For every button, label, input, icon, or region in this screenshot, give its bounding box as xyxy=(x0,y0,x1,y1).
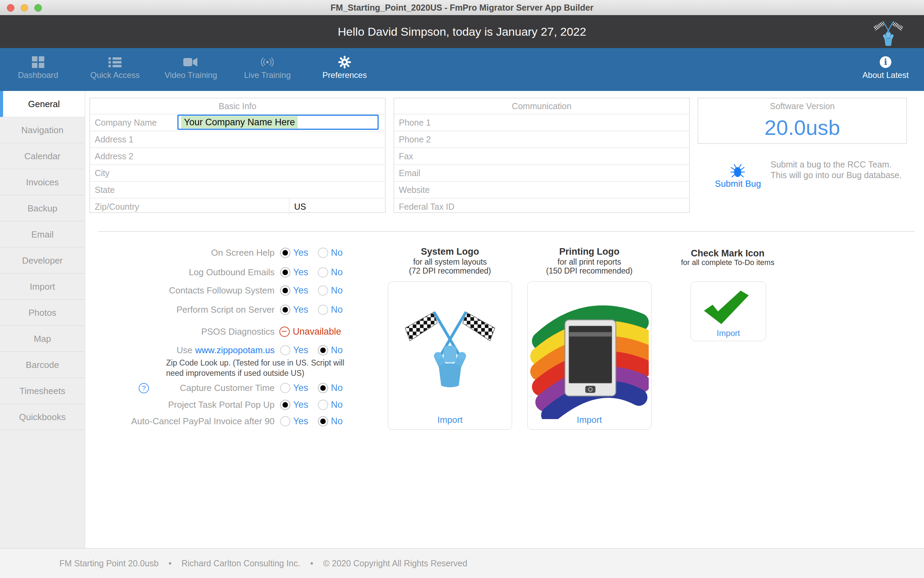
submit-bug-link[interactable]: Submit Bug xyxy=(705,179,771,189)
radio-yes[interactable]: Yes xyxy=(280,345,308,356)
phone-2-field[interactable]: Phone 2 xyxy=(394,131,689,148)
sidebar-item-developer[interactable]: Developer xyxy=(0,247,85,274)
nav-item-preferences[interactable]: Preferences xyxy=(315,48,374,91)
state-field[interactable]: State xyxy=(90,181,385,198)
nav-item-about-latest[interactable]: About Latest xyxy=(856,48,915,91)
software-version-value: 20.0usb xyxy=(698,114,906,144)
printing-logo-title: Printing Logo xyxy=(527,247,651,257)
radio-no[interactable]: No xyxy=(318,304,343,315)
radio-yes[interactable]: Yes xyxy=(280,416,308,427)
help-icon[interactable] xyxy=(139,383,149,393)
nav-item-quick-access[interactable]: Quick Access xyxy=(86,48,144,91)
radio-yes-label: Yes xyxy=(293,267,308,278)
footer: FM Starting Point 20.0usb • Richard Carl… xyxy=(0,548,924,578)
sidebar-item-timesheets[interactable]: Timesheets xyxy=(0,378,85,404)
sidebar-item-backup[interactable]: Backup xyxy=(0,195,85,221)
email-field[interactable]: Email xyxy=(394,164,689,181)
sidebar-item-email[interactable]: Email xyxy=(0,221,85,247)
radio-yes[interactable]: Yes xyxy=(280,285,308,296)
sidebar-item-invoices[interactable]: Invoices xyxy=(0,169,85,195)
printing-logo-subtitle1: for all print reports xyxy=(527,257,651,267)
city-label: City xyxy=(95,168,109,178)
sidebar-item-quickbooks[interactable]: Quickbooks xyxy=(0,404,85,430)
section-divider xyxy=(98,231,915,232)
radio-circle-icon xyxy=(318,304,328,315)
radio-circle-icon xyxy=(318,267,328,277)
communication-panel: Communication Phone 1 Phone 2 Fax Email … xyxy=(394,98,690,213)
system-logo-card[interactable]: Import xyxy=(388,281,512,430)
address-1-field[interactable]: Address 1 xyxy=(90,131,385,148)
radio-no-label: No xyxy=(331,304,343,315)
nav-item-live-training[interactable]: Live Training xyxy=(238,48,297,91)
setting-label: On Screen Help xyxy=(211,247,274,258)
radio-no-label: No xyxy=(331,383,343,393)
radio-circle-icon xyxy=(318,399,328,410)
sidebar-item-navigation[interactable]: Navigation xyxy=(0,117,85,143)
checkmark-title: Check Mark Icon xyxy=(680,248,776,259)
window-title: FM_Starting_Point_2020US - FmPro Migrato… xyxy=(0,0,924,15)
radio-circle-icon xyxy=(318,247,328,258)
sidebar-item-import[interactable]: Import xyxy=(0,274,85,300)
setting-label: Contacts Followup System xyxy=(169,285,274,296)
green-check-icon xyxy=(701,288,755,326)
radio-no[interactable]: No xyxy=(318,267,343,278)
setting-row-psos-diagnostics: PSOS Diagnostics Unavailable xyxy=(103,324,357,339)
sidebar-item-map[interactable]: Map xyxy=(0,326,85,352)
federal-tax-id-field[interactable]: Federal Tax ID xyxy=(394,198,689,215)
basic-info-title: Basic Info xyxy=(90,98,385,114)
radio-yes[interactable]: Yes xyxy=(280,247,308,258)
radio-no[interactable]: No xyxy=(318,285,343,296)
phone-1-label: Phone 1 xyxy=(399,118,431,127)
company-name-label: Company Name xyxy=(95,118,157,127)
address-2-field[interactable]: Address 2 xyxy=(90,148,385,164)
zip-country-label: Zip/Country xyxy=(95,202,139,211)
fax-field[interactable]: Fax xyxy=(394,148,689,164)
circle-minus-icon xyxy=(279,326,290,337)
sidebar-item-barcode[interactable]: Barcode xyxy=(0,352,85,378)
software-version-panel: Software Version 20.0usb xyxy=(698,98,907,144)
radio-yes[interactable]: Yes xyxy=(280,399,308,410)
phone-1-field[interactable]: Phone 1 xyxy=(394,114,689,131)
zippopotam-link[interactable]: www.zippopotam.us xyxy=(195,345,274,355)
bug-icon[interactable] xyxy=(730,163,745,179)
checkmark-import-link[interactable]: Import xyxy=(691,328,766,338)
country-field[interactable]: US xyxy=(289,198,385,215)
city-field[interactable]: City xyxy=(90,164,385,181)
setting-row-auto-cancel-paypal: Auto-Cancel PayPal Invoice after 90 Yes … xyxy=(103,414,357,429)
zip-code-note-line1: Zip Code Look up. (Tested for use in US.… xyxy=(166,358,344,368)
radio-no-label: No xyxy=(331,399,343,410)
printing-logo-subtitle2: (150 DPI recommended) xyxy=(527,266,651,276)
greeting-text: Hello David Simpson, today is January 27… xyxy=(0,15,924,48)
sidebar-item-calendar[interactable]: Calendar xyxy=(0,143,85,169)
radio-no[interactable]: No xyxy=(318,416,343,427)
setting-label: Capture Customer Time xyxy=(180,383,274,393)
footer-text: FM Starting Point 20.0usb • Richard Carl… xyxy=(59,549,467,578)
radio-circle-icon xyxy=(280,416,291,426)
radio-no-label: No xyxy=(331,247,343,258)
footer-separator: • xyxy=(310,559,313,568)
radio-yes[interactable]: Yes xyxy=(280,383,308,393)
printing-logo-card[interactable]: Import xyxy=(527,281,651,430)
radio-no[interactable]: No xyxy=(318,247,343,258)
nav-item-dashboard[interactable]: Dashboard xyxy=(9,48,67,91)
radio-no[interactable]: No xyxy=(318,345,343,356)
radio-no[interactable]: No xyxy=(318,399,343,410)
zip-country-field[interactable]: Zip/Country US xyxy=(90,198,385,215)
sidebar-item-general[interactable]: General xyxy=(0,91,85,117)
sidebar-item-photos[interactable]: Photos xyxy=(0,300,85,326)
system-logo-import-link[interactable]: Import xyxy=(388,415,512,425)
video-camera-icon xyxy=(183,57,198,68)
website-field[interactable]: Website xyxy=(394,181,689,198)
radio-circle-icon xyxy=(318,285,328,295)
printing-logo-import-link[interactable]: Import xyxy=(528,415,651,425)
radio-yes[interactable]: Yes xyxy=(280,267,308,278)
radio-yes[interactable]: Yes xyxy=(280,304,308,315)
radio-circle-icon xyxy=(280,285,291,295)
checkmark-card[interactable]: Import xyxy=(690,281,766,341)
company-name-row: Company Name Your Company Name Here xyxy=(90,114,385,131)
radio-circle-icon xyxy=(280,247,291,258)
radio-no[interactable]: No xyxy=(318,383,343,393)
nav-item-video-training[interactable]: Video Training xyxy=(162,48,220,91)
radio-yes-label: Yes xyxy=(293,383,308,393)
company-name-input[interactable]: Your Company Name Here xyxy=(177,115,378,130)
